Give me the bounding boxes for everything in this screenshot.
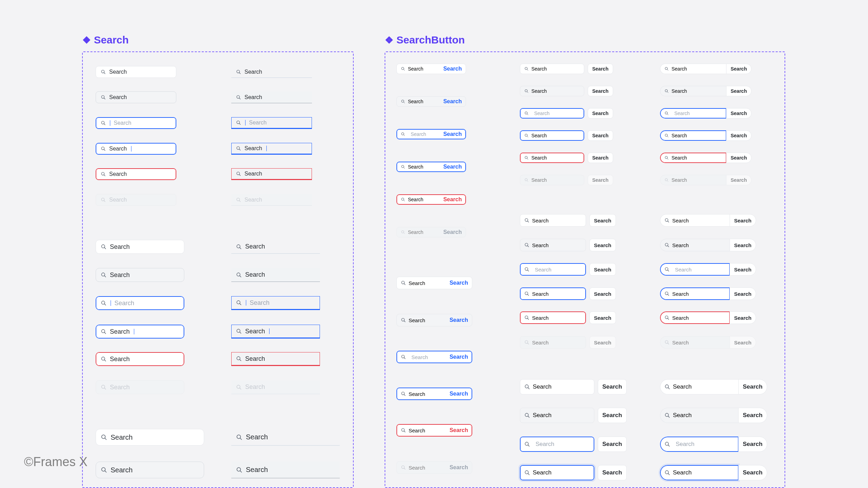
search-button[interactable]: Search xyxy=(598,437,627,452)
search-button[interactable]: Search xyxy=(598,379,627,395)
search-field[interactable]: Search xyxy=(660,64,726,74)
searchbutton-outer-md-focus[interactable]: Search Search xyxy=(520,263,616,276)
search-button[interactable]: Search xyxy=(738,465,767,480)
search-field[interactable]: Search xyxy=(660,408,738,423)
search-button[interactable]: Search xyxy=(588,153,613,163)
search-button[interactable]: Search xyxy=(738,408,767,423)
search-button[interactable]: Search xyxy=(450,354,468,360)
search-button[interactable]: Search xyxy=(443,196,462,203)
search-button[interactable]: Search xyxy=(598,408,627,423)
search-line-sm-typing[interactable]: Search xyxy=(231,143,312,155)
search-button[interactable]: Search xyxy=(589,263,616,276)
search-field[interactable]: Search xyxy=(520,214,586,227)
searchbutton-merged-lg-typing[interactable]: Search Search xyxy=(660,465,767,480)
search-button[interactable]: Search xyxy=(450,317,468,323)
search-button[interactable]: Search xyxy=(450,280,468,286)
search-field[interactable]: Search xyxy=(520,437,594,452)
search-button[interactable]: Search xyxy=(443,98,462,105)
search-button[interactable]: Search xyxy=(450,391,468,397)
searchbutton-merged-sm-hover[interactable]: Search Search xyxy=(660,86,752,96)
search-round-md-hover[interactable]: Search xyxy=(96,268,184,282)
searchbutton-inner-sm-focus[interactable]: Search Search xyxy=(396,129,466,139)
search-line-md-hover[interactable]: Search xyxy=(231,268,320,282)
searchbutton-outer-sm-error[interactable]: Search Search xyxy=(520,153,613,163)
searchbutton-merged-md-hover[interactable]: Search Search xyxy=(660,239,756,251)
searchbutton-merged-lg-focus[interactable]: Search Search xyxy=(660,437,767,452)
searchbutton-merged-sm-error[interactable]: Search Search xyxy=(660,153,752,163)
searchbutton-outer-sm-focus[interactable]: Search Search xyxy=(520,108,613,119)
search-button[interactable]: Search xyxy=(443,164,462,170)
search-button[interactable]: Search xyxy=(589,311,616,324)
search-line-sm-focus[interactable]: Search xyxy=(231,117,312,129)
search-button[interactable]: Search xyxy=(730,287,756,300)
search-button[interactable]: Search xyxy=(738,437,767,452)
search-line-md-typing[interactable]: Search xyxy=(231,325,320,339)
searchbutton-outer-sm-hover[interactable]: Search Search xyxy=(520,86,613,96)
searchbutton-merged-md-error[interactable]: Search Search xyxy=(660,311,756,324)
searchbutton-inner-md-hover[interactable]: Search Search xyxy=(396,314,472,326)
searchbutton-inner-sm-hover[interactable]: Search Search xyxy=(396,96,466,107)
search-line-md-focus[interactable]: Search xyxy=(231,296,320,310)
searchbutton-outer-md-default[interactable]: Search Search xyxy=(520,214,616,227)
search-line-sm-error[interactable]: Search xyxy=(231,168,312,180)
search-field[interactable]: Search xyxy=(660,214,730,227)
search-field[interactable]: Search xyxy=(660,86,726,96)
searchbutton-merged-lg-default[interactable]: Search Search xyxy=(660,379,767,395)
search-button[interactable]: Search xyxy=(443,131,462,137)
search-field[interactable]: Search xyxy=(660,379,738,395)
search-field[interactable]: Search xyxy=(660,153,726,163)
searchbutton-outer-lg-default[interactable]: Search Search xyxy=(520,379,627,395)
search-field[interactable]: Search xyxy=(660,239,730,251)
search-field[interactable]: Search xyxy=(660,263,730,276)
search-field[interactable]: Search xyxy=(520,153,584,163)
search-button[interactable]: Search xyxy=(589,287,616,300)
search-button[interactable]: Search xyxy=(726,86,752,96)
searchbutton-inner-sm-typing[interactable]: Search Search xyxy=(396,162,466,172)
search-round-lg-default[interactable]: Search xyxy=(96,429,204,446)
search-field[interactable]: Search xyxy=(660,108,726,119)
search-field[interactable]: Search xyxy=(660,465,738,480)
search-field[interactable]: Search xyxy=(520,465,594,480)
searchbutton-inner-sm-error[interactable]: Search Search xyxy=(396,194,466,205)
searchbutton-inner-md-default[interactable]: Search Search xyxy=(396,277,472,289)
searchbutton-merged-md-focus[interactable]: Search Search xyxy=(660,263,756,276)
search-field[interactable]: Search xyxy=(660,437,738,452)
search-button[interactable]: Search xyxy=(588,130,613,141)
search-line-lg-hover[interactable]: Search xyxy=(231,462,340,478)
search-field[interactable]: Search xyxy=(660,130,726,141)
searchbutton-inner-md-focus[interactable]: Search Search xyxy=(396,351,472,363)
search-field[interactable]: Search xyxy=(660,311,730,324)
search-button[interactable]: Search xyxy=(589,214,616,227)
search-line-sm-default[interactable]: Search xyxy=(231,66,312,78)
search-button[interactable]: Search xyxy=(598,465,627,480)
search-field[interactable]: Search xyxy=(660,287,730,300)
search-round-md-default[interactable]: Search xyxy=(96,240,184,254)
search-button[interactable]: Search xyxy=(730,214,756,227)
search-line-md-error[interactable]: Search xyxy=(231,352,320,366)
search-round-sm-default[interactable]: Search xyxy=(96,66,176,78)
searchbutton-merged-md-typing[interactable]: Search Search xyxy=(660,287,756,300)
search-button[interactable]: Search xyxy=(588,64,613,74)
searchbutton-outer-lg-focus[interactable]: Search Search xyxy=(520,437,627,452)
search-button[interactable]: Search xyxy=(589,239,616,251)
search-button[interactable]: Search xyxy=(443,66,462,72)
search-round-sm-typing[interactable]: Search xyxy=(96,143,176,155)
search-field[interactable]: Search xyxy=(520,263,586,276)
search-button[interactable]: Search xyxy=(450,427,468,433)
search-field[interactable]: Search xyxy=(520,108,584,119)
search-button[interactable]: Search xyxy=(730,311,756,324)
search-line-sm-hover[interactable]: Search xyxy=(231,91,312,103)
search-round-md-typing[interactable]: Search xyxy=(96,325,184,339)
search-round-lg-hover[interactable]: Search xyxy=(96,462,204,478)
search-field[interactable]: Search xyxy=(520,64,584,74)
searchbutton-merged-lg-hover[interactable]: Search Search xyxy=(660,408,767,423)
search-button[interactable]: Search xyxy=(726,64,752,74)
search-button[interactable]: Search xyxy=(726,108,752,119)
search-field[interactable]: Search xyxy=(520,311,586,324)
search-field[interactable]: Search xyxy=(520,239,586,251)
search-button[interactable]: Search xyxy=(726,130,752,141)
search-field[interactable]: Search xyxy=(520,379,594,395)
searchbutton-inner-md-error[interactable]: Search Search xyxy=(396,424,472,437)
search-button[interactable]: Search xyxy=(726,153,752,163)
searchbutton-outer-md-hover[interactable]: Search Search xyxy=(520,239,616,251)
